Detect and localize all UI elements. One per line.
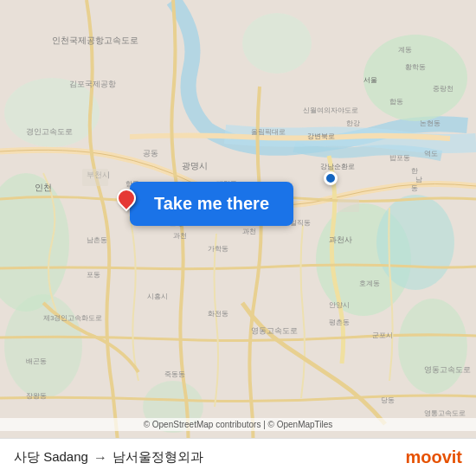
svg-text:중랑천: 중랑천 xyxy=(433,85,453,93)
route-info: 사당 Sadang → 남서울정형외과 xyxy=(14,449,203,466)
svg-point-5 xyxy=(4,294,82,398)
svg-text:과천: 과천 xyxy=(173,232,187,240)
svg-text:영동고속도로: 영동고속도로 xyxy=(251,326,298,335)
svg-point-1 xyxy=(363,35,467,121)
moovit-logo: moovit xyxy=(405,447,462,467)
svg-text:서울: 서울 xyxy=(363,76,377,84)
svg-text:계동: 계동 xyxy=(398,46,412,54)
svg-text:강남순환로: 강남순환로 xyxy=(320,163,355,170)
svg-text:포동: 포동 xyxy=(87,271,100,279)
svg-text:호계동: 호계동 xyxy=(359,280,380,287)
map-container: 인천국제공항고속도로 김포국제공항 경인고속도로 인천 부천시 공동 광명시 항… xyxy=(0,0,476,476)
route-from: 사당 Sadang xyxy=(14,449,88,466)
svg-text:죽동동: 죽동동 xyxy=(164,370,185,378)
svg-text:가학동: 가학동 xyxy=(208,245,228,253)
destination-marker xyxy=(324,171,338,185)
svg-text:배곤동: 배곤동 xyxy=(26,357,47,365)
svg-text:평촌동: 평촌동 xyxy=(329,318,350,326)
svg-text:광명시: 광명시 xyxy=(182,161,208,170)
svg-text:과천사: 과천사 xyxy=(329,235,352,244)
svg-rect-62 xyxy=(338,199,359,212)
svg-text:영통고속도로: 영통고속도로 xyxy=(424,409,466,417)
svg-text:논현동: 논현동 xyxy=(420,119,441,127)
moovit-logo-text: moovit xyxy=(405,447,462,467)
svg-text:동: 동 xyxy=(411,184,418,192)
svg-rect-58 xyxy=(82,169,108,186)
route-to: 남서울정형외과 xyxy=(113,449,203,466)
svg-text:제3경인고속화도로: 제3경인고속화도로 xyxy=(43,314,102,322)
svg-text:남촌동: 남촌동 xyxy=(87,236,107,244)
svg-text:당동: 당동 xyxy=(381,396,395,404)
svg-text:장왕동: 장왕동 xyxy=(26,392,47,400)
svg-text:인천: 인천 xyxy=(35,183,52,192)
svg-text:군포시: 군포시 xyxy=(372,331,393,339)
svg-text:강변북로: 강변북로 xyxy=(307,132,335,140)
map-background: 인천국제공항고속도로 김포국제공항 경인고속도로 인천 부천시 공동 광명시 항… xyxy=(0,0,476,476)
route-arrow: → xyxy=(93,450,107,466)
svg-text:경인고속도로: 경인고속도로 xyxy=(26,127,73,136)
take-me-there-button[interactable]: Take me there xyxy=(130,182,293,226)
svg-text:시흥시: 시흥시 xyxy=(147,293,168,300)
svg-point-8 xyxy=(242,13,312,74)
origin-pin xyxy=(117,189,136,208)
svg-text:한강: 한강 xyxy=(346,119,360,127)
svg-text:안양시: 안양시 xyxy=(329,301,350,309)
svg-text:밥포동: 밥포동 xyxy=(389,154,410,162)
svg-point-6 xyxy=(398,299,467,394)
svg-text:한: 한 xyxy=(411,167,418,175)
svg-text:남: 남 xyxy=(415,176,422,183)
svg-text:공동: 공동 xyxy=(143,149,158,158)
map-attribution: © OpenStreetMap contributors | © OpenMap… xyxy=(0,418,476,431)
tooltip-label: Take me there xyxy=(154,194,269,213)
svg-point-9 xyxy=(4,78,100,147)
svg-text:김포국제공항: 김포국제공항 xyxy=(69,80,116,88)
svg-text:과천: 과천 xyxy=(242,228,256,235)
svg-text:황학동: 황학동 xyxy=(405,63,426,71)
svg-text:영동고속도로: 영동고속도로 xyxy=(424,365,471,374)
bottom-bar: 사당 Sadang → 남서울정형외과 moovit xyxy=(0,438,476,476)
svg-text:인천국제공항고속도로: 인천국제공항고속도로 xyxy=(52,35,138,45)
svg-text:합동: 합동 xyxy=(389,98,403,106)
svg-text:올림픽대로: 올림픽대로 xyxy=(251,128,286,136)
svg-text:화전동: 화전동 xyxy=(208,310,228,318)
svg-text:신월여의자야도로: 신월여의자야도로 xyxy=(303,106,358,114)
svg-text:역도: 역도 xyxy=(424,150,438,158)
